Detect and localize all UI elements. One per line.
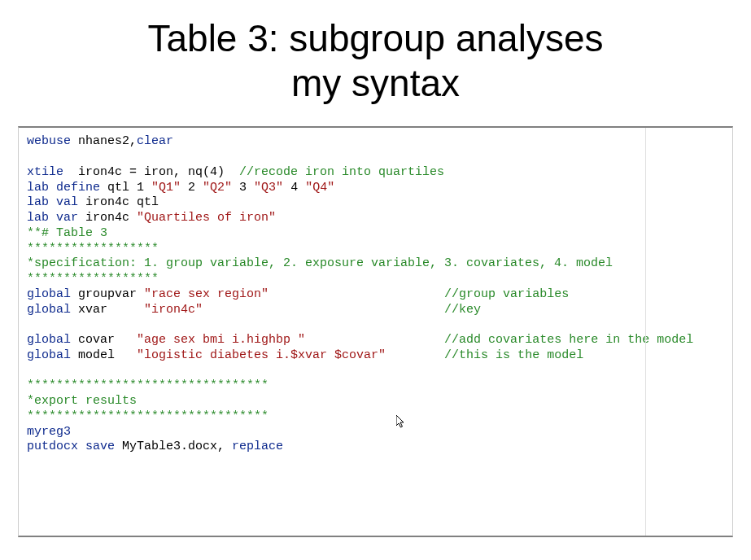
keyword-lab-val: lab val [27, 195, 85, 209]
comment: //key [444, 303, 481, 317]
code-text: iron4c = iron, nq(4) [78, 165, 239, 179]
title-line-2: my syntax [291, 62, 460, 104]
code-pad [386, 348, 444, 362]
code-text: 3 [232, 181, 254, 195]
code-block: webuse nhanes2,clear xtile iron4c = iron… [27, 134, 724, 455]
code-text: nhanes2, [78, 134, 137, 148]
keyword-lab-define: lab define [27, 181, 107, 195]
comment-divider: ********************************* [27, 409, 269, 423]
code-editor-pane: webuse nhanes2,clear xtile iron4c = iron… [18, 126, 733, 537]
string-literal: "Q4" [305, 181, 334, 195]
code-text: xvar [78, 303, 144, 317]
code-text: covar [78, 333, 137, 347]
comment: //group variables [444, 287, 569, 301]
keyword-putdocx: putdocx save [27, 440, 122, 453]
code-text: 4 [283, 181, 305, 195]
code-text: iron4c [85, 211, 137, 225]
slide-title: Table 3: subgroup analyses my syntax [0, 0, 751, 114]
string-literal: "age sex bmi i.highbp " [137, 333, 305, 347]
keyword-webuse: webuse [27, 134, 78, 148]
comment-spec: *specification: 1. group variable, 2. ex… [27, 256, 613, 270]
code-text: qtl 1 [107, 181, 151, 195]
title-line-1: Table 3: subgroup analyses [147, 17, 603, 59]
string-literal: "logistic diabetes i.$xvar $covar" [137, 348, 386, 362]
code-text: MyTable3.docx, [122, 440, 232, 453]
string-literal: "Q3" [254, 181, 283, 195]
keyword-replace: replace [232, 440, 283, 453]
code-text: model [78, 348, 137, 362]
keyword-lab-var: lab var [27, 211, 85, 225]
keyword-global: global [27, 333, 78, 347]
code-text: 2 [181, 181, 203, 195]
comment: //add covariates here in the model [444, 333, 693, 347]
code-pad [203, 303, 444, 317]
string-literal: "iron4c" [144, 303, 203, 317]
comment-header: **# Table 3 [27, 226, 107, 240]
code-pad [269, 287, 444, 301]
code-text: groupvar [78, 287, 144, 301]
code-pad [305, 333, 444, 347]
comment-divider: ****************** [27, 272, 159, 286]
keyword-global: global [27, 348, 78, 362]
editor-margin-line [645, 128, 646, 536]
comment: //recode iron into quartiles [239, 165, 444, 179]
string-literal: "Q2" [203, 181, 232, 195]
comment: //this is the model [444, 348, 583, 362]
string-literal: "Q1" [151, 181, 181, 195]
comment-export: *export results [27, 394, 137, 408]
keyword-global: global [27, 303, 78, 317]
code-text: iron4c qtl [85, 195, 159, 209]
keyword-clear: clear [137, 134, 173, 148]
keyword-xtile: xtile [27, 165, 78, 179]
string-literal: "race sex region" [144, 287, 269, 301]
comment-divider: ****************** [27, 242, 159, 256]
keyword-global: global [27, 287, 78, 301]
comment-divider: ********************************* [27, 378, 269, 392]
string-literal: "Quartiles of iron" [137, 211, 276, 225]
keyword-myreg3: myreg3 [27, 425, 71, 439]
